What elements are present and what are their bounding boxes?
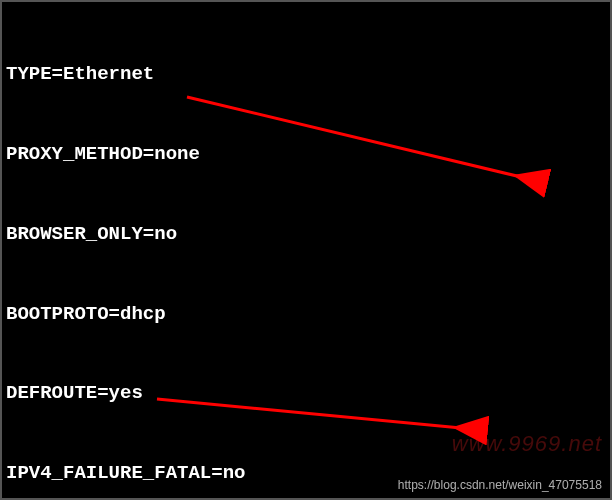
config-line: DEFROUTE=yes: [6, 380, 606, 407]
config-line: BOOTPROTO=dhcp: [6, 301, 606, 328]
terminal-output: TYPE=Ethernet PROXY_METHOD=none BROWSER_…: [6, 8, 606, 500]
config-line: TYPE=Ethernet: [6, 61, 606, 88]
watermark-site: www.9969.net: [452, 429, 602, 460]
config-line: BROWSER_ONLY=no: [6, 221, 606, 248]
watermark-url: https://blog.csdn.net/weixin_47075518: [398, 477, 602, 494]
config-line: PROXY_METHOD=none: [6, 141, 606, 168]
